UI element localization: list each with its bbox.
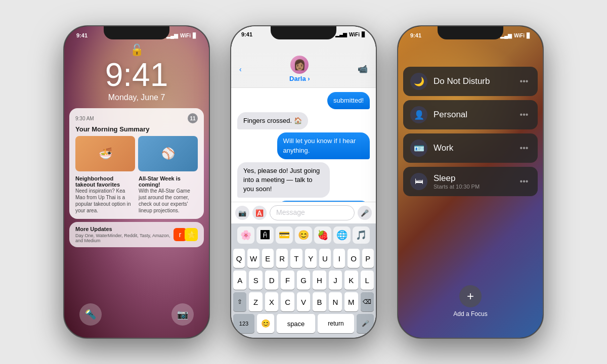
key-o[interactable]: O [348, 249, 359, 268]
lock-time: 9:41 [64, 59, 209, 91]
focus-item-work[interactable]: 🪪 Work ••• [403, 133, 538, 163]
work-label: Work [433, 143, 511, 153]
key-space[interactable]: space [277, 314, 315, 333]
key-b[interactable]: B [313, 292, 326, 311]
lock-date: Monday, June 7 [64, 93, 209, 102]
notch [271, 26, 336, 39]
key-l[interactable]: L [361, 270, 374, 290]
key-v[interactable]: V [297, 292, 310, 311]
key-t[interactable]: T [290, 249, 302, 268]
focus-item-dnd[interactable]: 🌙 Do Not Disturb ••• [403, 67, 538, 96]
focus-item-sleep[interactable]: 🛏 Sleep Starts at 10:30 PM ••• [403, 167, 538, 196]
dnd-label: Do Not Disturb [433, 76, 511, 86]
status-icons: ▂▄▆ WiFi ▊ [166, 33, 197, 38]
personal-label: Personal [433, 110, 511, 120]
contact-name[interactable]: Darla › [242, 75, 358, 82]
work-icon: 🪪 [410, 140, 427, 157]
apps-tool-button[interactable]: 🅰️ [252, 206, 267, 220]
focus-items-list: 🌙 Do Not Disturb ••• 👤 Personal ••• 🪪 Wo… [403, 67, 538, 196]
lock-bottom-controls: 🔦 📷 [64, 303, 209, 326]
more-updates-desc: Day One, WaterMinder, Reddit, Tasty, Ama… [75, 233, 176, 243]
key-n[interactable]: N [329, 292, 342, 311]
key-g[interactable]: G [297, 270, 310, 290]
key-x[interactable]: X [265, 292, 278, 311]
key-p[interactable]: P [362, 249, 374, 268]
sleep-sublabel: Starts at 10:30 PM [433, 184, 511, 190]
key-y[interactable]: Y [305, 249, 317, 268]
video-call-button[interactable]: 📹 [358, 64, 368, 74]
key-123[interactable]: 123 [233, 314, 254, 333]
focus-status-icons: ▂▄▆ WiFi ▊ [500, 33, 531, 38]
key-a[interactable]: A [233, 270, 246, 290]
emoji-strip: 🌸 🅰 💳 😊 🍓 🌐 🎵 [231, 223, 376, 247]
emoji-photos[interactable]: 🌸 [237, 226, 254, 244]
key-return[interactable]: return [318, 314, 354, 333]
lock-icon: 🔓 [64, 43, 209, 57]
message-input-bar: 📷 🅰️ Message 🎤 [231, 202, 376, 223]
key-e[interactable]: E [262, 249, 274, 268]
wifi-icon: WiFi [180, 33, 191, 38]
emoji-red[interactable]: 🌐 [333, 226, 351, 244]
key-c[interactable]: C [281, 292, 294, 311]
notif-item2-desc: With the All-Star Game just around the c… [139, 188, 198, 214]
contact-info: 👩🏽 Darla › [242, 56, 358, 82]
key-m[interactable]: M [344, 292, 358, 311]
more-updates-card[interactable]: More Updates Day One, WaterMinder, Reddi… [69, 222, 204, 247]
contact-avatar: 👩🏽 [290, 56, 309, 74]
key-mic[interactable]: 🎤 [357, 314, 374, 333]
dnd-more-button[interactable]: ••• [517, 75, 531, 88]
iphone-lockscreen: 9:41 ▂▄▆ WiFi ▊ 🔓 9:41 Monday, June 7 9:… [63, 25, 210, 339]
emoji-memoji[interactable]: 😊 [295, 226, 312, 244]
key-u[interactable]: U [319, 249, 331, 268]
morning-summary-card[interactable]: 9:30 AM 11 Your Morning Summary 🍜 ⚾ Neig… [69, 108, 204, 219]
audio-tool-button[interactable]: 🎤 [358, 206, 372, 220]
key-f[interactable]: F [281, 270, 294, 290]
key-j[interactable]: J [329, 270, 342, 290]
add-focus-area: + Add a Focus [398, 285, 543, 317]
add-focus-button[interactable]: + [459, 285, 482, 307]
notif-item1-title: Neighborhood takeout favorites [75, 175, 135, 188]
camera-button[interactable]: 📷 [171, 303, 194, 326]
iphone-messages: 9:41 ▂▄▆ WiFi ▊ ‹ 👩🏽 Darla › 📹 sub [230, 25, 377, 339]
emoji-globe[interactable]: 🍓 [314, 226, 331, 244]
key-emoji[interactable]: 😊 [257, 314, 274, 333]
key-r[interactable]: R [276, 249, 288, 268]
message-bubble-3: Will let you know if I hear anything. [237, 132, 370, 159]
message-bubble-2: Fingers crossed. 🏠 [237, 112, 370, 129]
notif-time: 9:30 AM [75, 116, 94, 121]
emoji-music[interactable]: 🎵 [353, 226, 370, 244]
key-delete[interactable]: ⌫ [361, 292, 374, 311]
star-icon: ⭐ [185, 228, 198, 241]
key-i[interactable]: I [333, 249, 345, 268]
focus-item-personal[interactable]: 👤 Personal ••• [403, 100, 538, 129]
notif-item2-title: All-Star Week is coming! [139, 175, 198, 188]
notif-food-image: 🍜 [75, 136, 135, 171]
messages-header: ‹ 👩🏽 Darla › 📹 [231, 37, 376, 88]
sleep-more-button[interactable]: ••• [517, 175, 531, 188]
key-shift[interactable]: ⇧ [233, 292, 246, 311]
notif-item1-desc: Need inspiration? Kea Mao from Up Thai i… [75, 188, 135, 214]
message-bubble-4: Yes, please do! Just going into a meetin… [237, 162, 370, 198]
personal-more-button[interactable]: ••• [517, 108, 531, 121]
emoji-applepay[interactable]: 💳 [276, 226, 293, 244]
battery-icon: ▊ [193, 33, 197, 38]
camera-tool-button[interactable]: 📷 [235, 206, 249, 220]
msg-status-time: 9:41 [241, 31, 252, 37]
key-d[interactable]: D [265, 270, 278, 290]
key-h[interactable]: H [313, 270, 326, 290]
keyboard[interactable]: Q W E R T Y U I O P A S D F G H [231, 247, 376, 338]
status-time: 9:41 [76, 32, 88, 38]
key-q[interactable]: Q [233, 249, 245, 268]
message-input[interactable]: Message [270, 205, 355, 220]
dnd-icon: 🌙 [410, 73, 427, 90]
personal-icon: 👤 [410, 106, 427, 123]
key-s[interactable]: S [249, 270, 262, 290]
msg-wifi: WiFi [349, 32, 360, 37]
key-z[interactable]: Z [249, 292, 262, 311]
key-w[interactable]: W [247, 249, 259, 268]
emoji-appstore[interactable]: 🅰 [256, 226, 274, 244]
flashlight-button[interactable]: 🔦 [79, 303, 102, 326]
iphone-focus: 9:41 ▂▄▆ WiFi ▊ 🌙 Do Not Disturb ••• 👤 P… [397, 25, 544, 339]
work-more-button[interactable]: ••• [517, 142, 531, 155]
key-k[interactable]: K [344, 270, 358, 290]
